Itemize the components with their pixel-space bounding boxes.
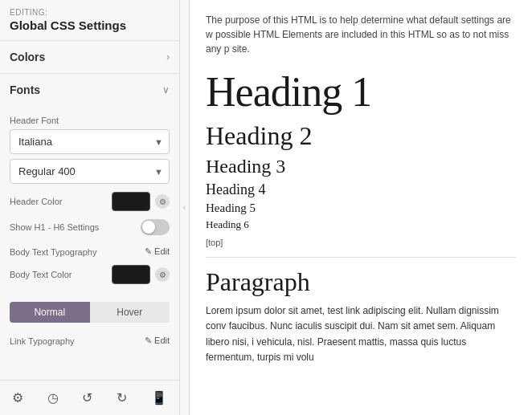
header-color-swatch[interactable] [112, 192, 150, 211]
redo-toolbar-button[interactable]: ↻ [110, 387, 133, 409]
preview-divider [206, 257, 516, 258]
header-weight-select[interactable]: Regular 400 [10, 159, 170, 184]
left-panel: EDITING: Global CSS Settings Colors › Fo… [0, 0, 180, 415]
body-text-color-picker-icon[interactable]: ⚙ [155, 267, 170, 282]
body-text-typography-edit-button[interactable]: ✎ Edit [145, 246, 170, 257]
fonts-section-label: Fonts [10, 83, 40, 96]
body-text-color-row: Body Text Color ⚙ [10, 265, 170, 284]
mobile-toolbar-button[interactable]: 📱 [145, 387, 174, 409]
link-typography-label: Link Typography [10, 336, 75, 346]
header-font-select[interactable]: Italiana [10, 129, 170, 154]
preview-heading-5: Heading 5 [206, 201, 516, 215]
fonts-chevron-icon: ∨ [162, 84, 170, 96]
header-color-label: Header Color [10, 197, 62, 206]
fonts-section-content: Header Font Italiana ▼ Regular 400 ▼ Hea… [0, 106, 179, 294]
collapse-arrow-icon: ‹ [183, 203, 186, 212]
header-weight-select-wrapper: Regular 400 ▼ [10, 159, 170, 184]
undo-icon: ↺ [82, 390, 92, 405]
undo-toolbar-button[interactable]: ↺ [76, 387, 99, 409]
settings-toolbar-button[interactable]: ⚙ [6, 387, 30, 409]
body-text-color-controls: ⚙ [112, 265, 170, 284]
show-h1h6-row: Show H1 - H6 Settings [10, 219, 170, 238]
header-color-controls: ⚙ [112, 192, 170, 211]
preview-heading-3: Heading 3 [206, 156, 516, 177]
hover-tab[interactable]: Hover [90, 302, 170, 323]
preview-paragraph-title: Paragraph [206, 267, 516, 297]
preview-paragraph-text: Lorem ipsum dolor sit amet, test link ad… [206, 303, 516, 365]
colors-section-label: Colors [10, 51, 45, 63]
settings-icon: ⚙ [12, 390, 23, 405]
body-text-color-swatch[interactable] [112, 265, 150, 284]
fonts-section-header[interactable]: Fonts ∨ [0, 74, 179, 106]
preview-heading-2: Heading 2 [206, 121, 516, 151]
top-link[interactable]: [top] [206, 238, 516, 247]
mobile-icon: 📱 [151, 390, 167, 405]
colors-section: Colors › [0, 40, 179, 73]
collapse-panel-button[interactable]: ‹ [180, 0, 190, 415]
preview-panel: The purpose of this HTML is to help dete… [190, 0, 532, 415]
fonts-section: Fonts ∨ Header Font Italiana ▼ Regular 4… [0, 73, 179, 294]
header-color-row: Header Color ⚙ [10, 192, 170, 211]
history-icon: ◷ [47, 390, 59, 405]
redo-icon: ↻ [117, 390, 127, 405]
preview-heading-4: Heading 4 [206, 181, 516, 198]
preview-heading-1: Heading 1 [206, 69, 516, 115]
show-h1h6-toggle[interactable] [141, 219, 170, 235]
colors-section-header[interactable]: Colors › [0, 41, 179, 73]
link-typography-row-container: Link Typography ✎ Edit [0, 328, 179, 346]
preview-intro-text: The purpose of this HTML is to help dete… [206, 13, 516, 56]
history-toolbar-button[interactable]: ◷ [41, 387, 65, 409]
bottom-toolbar: ⚙ ◷ ↺ ↻ 📱 [0, 380, 179, 415]
body-text-color-label: Body Text Color [10, 270, 72, 279]
header-font-select-wrapper: Italiana ▼ [10, 129, 170, 154]
normal-tab[interactable]: Normal [10, 302, 90, 323]
normal-hover-tab-group: Normal Hover [10, 302, 170, 323]
panel-title: Global CSS Settings [0, 18, 179, 40]
header-font-label: Header Font [10, 116, 170, 125]
link-typography-row: Link Typography ✎ Edit [10, 336, 170, 346]
body-text-typography-label: Body Text Typography [10, 247, 96, 257]
show-h1h6-label: Show H1 - H6 Settings [10, 222, 99, 232]
link-typography-edit-button[interactable]: ✎ Edit [145, 336, 170, 346]
header-color-picker-icon[interactable]: ⚙ [155, 194, 170, 209]
colors-chevron-icon: › [166, 51, 170, 63]
preview-heading-6: Heading 6 [206, 218, 516, 231]
body-text-typography-row: Body Text Typography ✎ Edit [10, 246, 170, 257]
editing-label: EDITING: [0, 0, 179, 18]
